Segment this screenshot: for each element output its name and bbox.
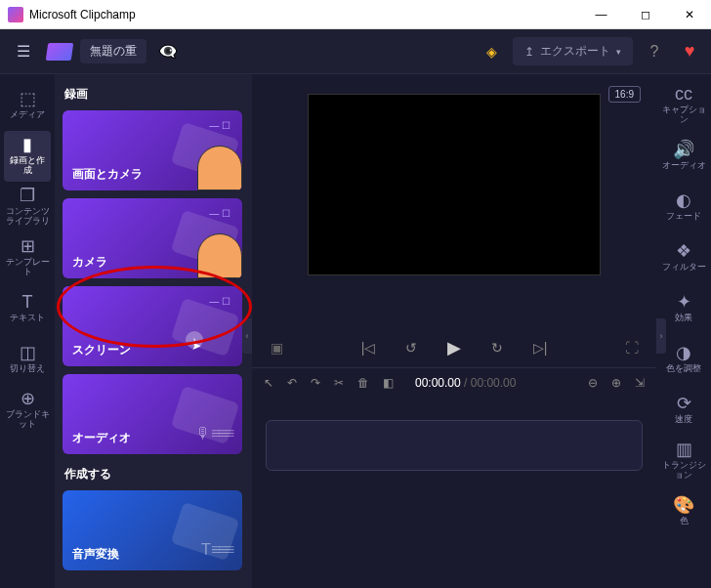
sidebar-item-template[interactable]: ⊞ テンプレート <box>0 232 55 283</box>
effect-icon: ✦ <box>677 294 691 312</box>
microphone-icon: 🎙 ≡≡≡ <box>195 425 232 442</box>
prop-item-label: オーディオ <box>662 161 706 171</box>
window-controls-icon: — ☐ <box>209 208 230 219</box>
template-icon: ⊞ <box>21 238 35 256</box>
card-tts[interactable]: T ≡≡≡ 音声変換 <box>63 490 242 570</box>
split-button[interactable]: ◧ <box>383 376 394 390</box>
crop-icon[interactable]: ▣ <box>265 340 288 356</box>
card-screen[interactable]: — ☐ › ➤ スクリーン <box>63 286 242 366</box>
library-icon: ❐ <box>20 188 35 205</box>
card-audio[interactable]: 🎙 ≡≡≡ オーディオ <box>63 374 242 454</box>
card-screen-and-camera[interactable]: — ☐ 画面とカメラ <box>63 110 242 190</box>
timeline-toolbar: ↖ ↶ ↷ ✂ 🗑 ◧ 00:00.00 / 00:00.00 ⊖ ⊕ ⇲ <box>252 367 656 397</box>
project-icon <box>46 43 74 61</box>
prop-item-label: トランジション <box>658 461 709 481</box>
heart-icon[interactable]: ♥ <box>676 38 703 65</box>
timeline-area[interactable] <box>252 397 656 588</box>
upload-icon: ↥ <box>524 45 534 59</box>
sidebar-item-label: 切り替え <box>10 364 45 374</box>
app-logo-icon <box>8 7 23 22</box>
section-title-record: 録画 <box>63 82 244 110</box>
sidebar-item-label: メディア <box>10 110 45 120</box>
fade-icon: ◐ <box>676 192 691 210</box>
zoom-fit-button[interactable]: ⇲ <box>635 376 645 390</box>
aspect-ratio-value: 16:9 <box>615 89 634 100</box>
prop-item-label: 効果 <box>675 314 692 323</box>
undo-button[interactable]: ↶ <box>287 376 297 390</box>
prop-item-caption[interactable]: cc キャプション <box>656 80 711 131</box>
skip-end-button[interactable]: ▷| <box>528 340 552 356</box>
speed-icon: ⟳ <box>677 396 691 413</box>
sidebar-item-record[interactable]: ▮ 録画と作成 <box>4 131 51 182</box>
zoom-in-button[interactable]: ⊕ <box>611 376 621 390</box>
sidebar-item-label: ブランドキット <box>2 410 53 430</box>
fullscreen-icon[interactable]: ⛶ <box>620 340 644 356</box>
sidebar-item-text[interactable]: T テキスト <box>0 283 55 334</box>
step-back-button[interactable]: ↺ <box>399 340 423 356</box>
card-label: オーディオ <box>72 430 131 446</box>
help-icon[interactable]: ? <box>641 38 668 65</box>
center-column: ‹ 16:9 ▣ |◁ ↺ ▶ ↻ ▷| ⛶ ↖ ↶ ↷ ✂ 🗑 ◧ <box>252 74 656 588</box>
step-forward-button[interactable]: ↻ <box>485 340 509 356</box>
person-illustration-icon <box>197 233 242 278</box>
select-tool-icon[interactable]: ↖ <box>264 376 273 390</box>
window-minimize-button[interactable]: — <box>579 0 623 29</box>
app-header: ☰ 無題の重 👁‍🗨 ◈ ↥ エクスポート ▾ ? ♥ <box>0 29 711 74</box>
export-button[interactable]: ↥ エクスポート ▾ <box>513 37 633 65</box>
sidebar-item-brand[interactable]: ⊕ ブランドキット <box>0 385 55 436</box>
prop-item-filter[interactable]: ❖ フィルター <box>656 232 711 283</box>
caption-icon: cc <box>675 86 692 104</box>
panel-collapse-left-button[interactable]: ‹ <box>242 318 252 354</box>
aspect-ratio-button[interactable]: 16:9 <box>608 86 641 103</box>
card-camera[interactable]: — ☐ カメラ <box>63 198 242 278</box>
window-controls-icon: — ☐ <box>209 296 230 307</box>
section-title-create: 作成する <box>63 462 244 490</box>
cut-button[interactable]: ✂ <box>334 376 344 390</box>
prop-item-label: フィルター <box>662 263 706 273</box>
chevron-down-icon: ▾ <box>616 47 621 57</box>
sidebar-item-library[interactable]: ❐ コンテンツライブラリ <box>0 182 55 232</box>
play-button[interactable]: ▶ <box>442 337 466 358</box>
preview-area: 16:9 <box>252 74 656 328</box>
palette-icon: 🎨 <box>673 497 694 515</box>
export-label: エクスポート <box>540 43 610 60</box>
sidebar-item-transitions[interactable]: ◫ 切り替え <box>0 334 55 385</box>
sidebar-item-media[interactable]: ⬚ メディア <box>0 80 55 131</box>
prop-item-audio[interactable]: 🔊 オーディオ <box>656 131 711 182</box>
visibility-off-icon[interactable]: 👁‍🗨 <box>154 38 182 65</box>
panel-collapse-right-button[interactable]: › <box>656 318 666 354</box>
empty-track[interactable] <box>266 420 643 471</box>
timecode-total: 00:00.00 <box>471 376 517 390</box>
menu-button[interactable]: ☰ <box>8 36 39 67</box>
prop-item-label: 色を調整 <box>666 364 701 374</box>
prop-item-fade[interactable]: ◐ フェード <box>656 182 711 232</box>
prop-item-color[interactable]: 🎨 色 <box>656 486 711 537</box>
window-controls-icon: — ☐ <box>209 120 230 131</box>
zoom-out-button[interactable]: ⊖ <box>588 376 598 390</box>
card-label: 画面とカメラ <box>72 166 143 183</box>
left-tool-rail: ⬚ メディア ▮ 録画と作成 ❐ コンテンツライブラリ ⊞ テンプレート T テ… <box>0 74 55 588</box>
skip-start-button[interactable]: |◁ <box>356 340 380 356</box>
filter-icon: ❖ <box>676 243 691 261</box>
brand-icon: ⊕ <box>21 391 35 408</box>
media-icon: ⬚ <box>20 91 36 108</box>
transition-icon: ▥ <box>676 441 692 459</box>
redo-button[interactable]: ↷ <box>311 376 320 390</box>
window-title: Microsoft Clipchamp <box>29 8 579 21</box>
card-label: 音声変換 <box>72 546 119 563</box>
text-icon: T <box>22 294 33 312</box>
text-to-speech-icon: T ≡≡≡ <box>201 541 232 559</box>
premium-icon[interactable]: ◈ <box>478 38 505 65</box>
project-name[interactable]: 無題の重 <box>80 39 146 63</box>
window-maximize-button[interactable]: ◻ <box>623 0 667 29</box>
card-label: スクリーン <box>72 342 131 358</box>
window-close-button[interactable]: ✕ <box>667 0 711 29</box>
prop-item-label: 速度 <box>675 415 692 425</box>
delete-button[interactable]: 🗑 <box>357 376 369 390</box>
prop-item-label: 色 <box>680 517 689 526</box>
prop-item-transition[interactable]: ▥ トランジション <box>656 436 711 486</box>
person-illustration-icon <box>197 146 242 190</box>
video-preview[interactable] <box>308 94 601 275</box>
sidebar-item-label: コンテンツライブラリ <box>2 207 53 227</box>
prop-item-speed[interactable]: ⟳ 速度 <box>656 385 711 436</box>
